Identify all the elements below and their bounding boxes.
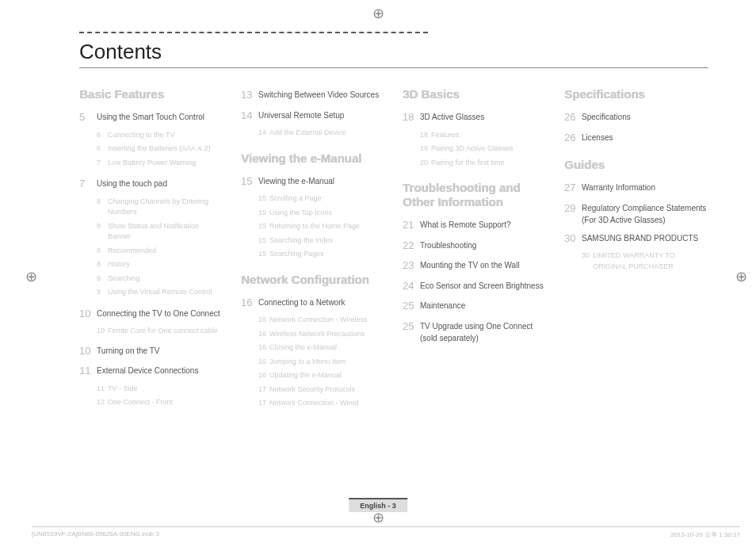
toc-entry: 7Using the touch pad — [79, 176, 223, 192]
toc-entry: 30SAMSUNG BRAND PRODUCTS — [564, 231, 708, 247]
toc-entry: 10Turning on the TV — [79, 343, 223, 359]
toc-sub: 16Updating the e-Manual — [241, 370, 385, 381]
toc-sub: 14Add the External Device — [241, 128, 385, 139]
toc-sub: 12One Connect - Front — [79, 397, 223, 408]
section-network-config: Network Configuration — [241, 273, 385, 287]
toc-entry: 183D Active Glasses — [403, 109, 547, 125]
registration-mark-bottom: ⊕ — [371, 511, 385, 525]
section-troubleshooting: Troubleshooting and Other Information — [403, 181, 547, 209]
toc-entry: 27Warranty Information — [564, 180, 708, 196]
toc-sub: 18Features — [403, 130, 547, 141]
toc-entry: 16Connecting to a Network — [241, 295, 385, 311]
toc-sub: 9Using the Virtual Remote Control — [79, 287, 223, 298]
toc-sub: 15Searching the Index — [241, 235, 385, 247]
page-title: Contents — [79, 40, 708, 68]
toc-sub: 15Using the Top Icons — [241, 208, 385, 219]
toc-entry: 25Maintenance — [403, 298, 547, 314]
footer-filepath: [UN85S9VF-ZA]BN68-05628A-00ENG.indb 3 — [32, 530, 159, 539]
toc-entry: 22Troubleshooting — [403, 238, 547, 254]
section-specifications: Specifications — [564, 87, 708, 101]
toc-sub: 15Scrolling a Page — [241, 193, 385, 205]
toc-entry: 15Viewing the e-Manual — [241, 174, 385, 189]
toc-entry: 29Regulatory Compliance Statements (For … — [564, 201, 708, 226]
section-basic-features: Basic Features — [79, 87, 223, 101]
toc-sub: 17Network Connection - Wired — [241, 398, 385, 409]
toc-entry: 26Licenses — [564, 130, 708, 146]
toc-sub: 16Network Connection - Wireless — [241, 315, 385, 326]
toc-entry: 21What is Remote Support? — [403, 217, 547, 233]
toc-sub: 16Wireless Network Precautions — [241, 329, 385, 340]
toc-sub: 8Show Status and Notification Banner — [79, 221, 223, 243]
registration-mark-left: ⊕ — [24, 270, 38, 284]
footer-meta: [UN85S9VF-ZA]BN68-05628A-00ENG.indb 3 20… — [32, 526, 740, 539]
toc-entry: 14Universal Remote Setup — [241, 108, 385, 124]
toc-sub: 9Searching — [79, 274, 223, 285]
toc-entry: 11External Device Connections — [79, 363, 223, 379]
page-body: Contents Basic Features 5Using the Smart… — [0, 0, 756, 547]
toc-col-1: Basic Features 5Using the Smart Touch Co… — [79, 82, 223, 412]
dashed-rule — [79, 32, 428, 33]
toc-sub: 8Changing Channels by Entering Numbers — [79, 197, 223, 218]
toc-entry: 25TV Upgrade using One Connect (sold sep… — [403, 319, 547, 344]
toc-columns: Basic Features 5Using the Smart Touch Co… — [79, 82, 708, 412]
section-viewing-emanual: Viewing the e-Manual — [241, 151, 385, 166]
footer-page-label: English - 3 — [349, 498, 407, 512]
toc-sub: 10Ferrite Core for One connect cable — [79, 326, 223, 337]
toc-sub: 8Recommended — [79, 246, 223, 257]
section-3d-basics: 3D Basics — [403, 87, 547, 101]
toc-sub: 16Jumping to a Menu Item — [241, 357, 385, 368]
toc-sub: 30LIMITED WARRANTY TO ORIGINAL PURCHASER — [564, 251, 708, 272]
toc-col-3: 3D Basics 183D Active Glasses 18Features… — [403, 82, 547, 412]
toc-sub: 6Connecting to the TV — [79, 130, 223, 141]
toc-sub: 7Low Battery Power Warning — [79, 158, 223, 169]
toc-entry: 13Switching Between Video Sources — [241, 87, 385, 103]
toc-sub: 15Returning to the Home Page — [241, 221, 385, 232]
toc-col-2: 13Switching Between Video Sources 14Univ… — [241, 82, 385, 412]
toc-sub: 11TV - Side — [79, 384, 223, 395]
toc-sub: 16Closing the e-Manual — [241, 342, 385, 354]
registration-mark-right: ⊕ — [734, 270, 748, 284]
toc-sub: 8History — [79, 259, 223, 270]
toc-entry: 5Using the Smart Touch Control — [79, 109, 223, 125]
toc-sub: 6Inserting the Batteries (AAA X 2) — [79, 143, 223, 155]
toc-col-4: Specifications 26Specifications 26Licens… — [564, 82, 708, 412]
toc-sub: 19Pairing 3D Active Glasses — [403, 143, 547, 155]
toc-entry: 24Eco Sensor and Screen Brightness — [403, 278, 547, 294]
toc-sub: 15Searching Pages — [241, 249, 385, 260]
toc-entry: 23Mounting the TV on the Wall — [403, 258, 547, 274]
toc-entry: 10Connecting the TV to One Connect — [79, 306, 223, 322]
registration-mark-top: ⊕ — [371, 6, 385, 21]
toc-sub: 20Pairing for the first time — [403, 158, 547, 169]
footer-timestamp: 2013-10-29 오후 1:30:37 — [670, 530, 740, 539]
section-guides: Guides — [564, 158, 708, 172]
toc-sub: 17Network Security Protocols — [241, 384, 385, 396]
toc-entry: 26Specifications — [564, 109, 708, 125]
